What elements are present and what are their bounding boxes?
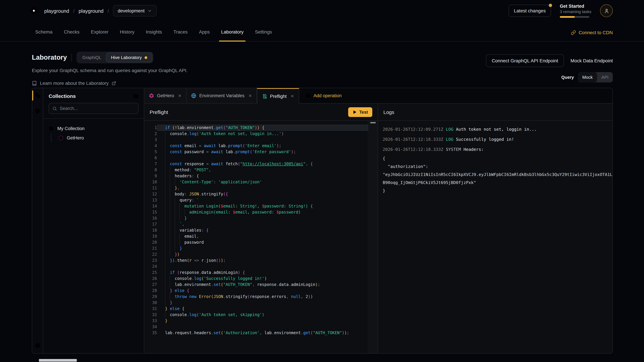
folder-plus-icon[interactable] xyxy=(133,93,138,99)
indent-guide xyxy=(170,221,175,227)
log-entry: 2026-01-26T12:12:18.333Z LOG Successfull… xyxy=(383,134,612,144)
editor-scrollbar-thumb[interactable] xyxy=(370,122,376,123)
nav-tab-insights[interactable]: Insights xyxy=(140,29,168,41)
tree-folder-my-collection[interactable]: My Collection xyxy=(49,126,138,131)
indent-guide xyxy=(165,251,170,257)
indent-guide xyxy=(170,173,175,179)
code-line: 21} xyxy=(144,245,378,251)
nav-tab-history[interactable]: History xyxy=(114,29,140,41)
indent-guide xyxy=(170,245,175,251)
indent-guide xyxy=(170,203,175,209)
search-input[interactable] xyxy=(60,106,135,111)
code-line: 18variables: { xyxy=(144,227,378,233)
get-started-title: Get Started xyxy=(560,4,591,9)
code-line: 6 xyxy=(144,155,378,161)
code-line: 10'Content-Type': 'application/json' xyxy=(144,179,378,185)
laboratory-header-actions: Connect GraphQL API Endpoint Mock Data E… xyxy=(486,52,613,86)
close-tab-icon[interactable]: ✕ xyxy=(291,94,294,98)
log-json-line: "authorization": xyxy=(383,163,612,171)
indent-guide xyxy=(184,209,189,215)
indent-guide xyxy=(175,245,180,251)
code-line: 8method: "POST", xyxy=(144,167,378,173)
nav-tab-apps[interactable]: Apps xyxy=(193,29,216,41)
collections-search[interactable] xyxy=(49,103,138,114)
indent-guide xyxy=(165,312,170,318)
fullscreen-button[interactable] xyxy=(602,92,608,99)
chevron-down-icon xyxy=(148,8,152,13)
indent-guide xyxy=(170,209,175,215)
code-line: 9headers: { xyxy=(144,173,378,179)
code-line: 24 xyxy=(144,264,378,270)
nav-tab-traces[interactable]: Traces xyxy=(168,29,193,41)
close-tab-icon[interactable]: ✕ xyxy=(248,93,252,98)
history-icon[interactable] xyxy=(34,108,40,114)
log-entry: 2026-01-26T12:12:18.333Z SYSTEM Headers: xyxy=(383,144,612,155)
tab-gethero[interactable]: GetHero✕ xyxy=(144,88,186,103)
nav-tab-checks[interactable]: Checks xyxy=(58,29,85,41)
target-selector[interactable]: development xyxy=(113,5,157,16)
nav-tab-settings[interactable]: Settings xyxy=(249,29,278,41)
page-scrollbar-thumb[interactable] xyxy=(39,359,77,362)
log-entry: 2026-01-26T12:12:09.271Z LOG Auth token … xyxy=(383,124,612,134)
test-button[interactable]: Test xyxy=(348,107,372,117)
preflight-editor-pane: Preflight Test 1if (!lab.environment.get… xyxy=(144,104,378,353)
code-line: 35lab.request.headers.set('Authorization… xyxy=(144,330,378,336)
code-line: 15adminLogin(email: $email, password: $p… xyxy=(144,209,378,215)
collections-sidebar: Collections My Collection GetHero xyxy=(43,88,144,353)
mock-endpoint-button[interactable]: Mock Data Endpoint xyxy=(570,58,613,63)
tab-environment-variables[interactable]: Environment Variables✕ xyxy=(186,88,257,103)
indent-guide xyxy=(165,185,170,191)
close-tab-icon[interactable]: ✕ xyxy=(178,93,182,98)
log-json-line: B90oqg_IjOmGtjP6CkiV5Jt695jBD0fjzPxk" xyxy=(383,179,612,187)
add-operation-button[interactable]: Add operation xyxy=(299,88,348,103)
toggle-graphiql[interactable]: GraphiQL xyxy=(78,53,106,62)
indent-guide xyxy=(165,276,170,282)
toggle-hive-laboratory[interactable]: Hive Laboratory xyxy=(106,53,152,62)
code-line: 28} else { xyxy=(144,288,378,294)
indent-guide xyxy=(165,282,170,288)
breadcrumb-project[interactable]: playground xyxy=(79,8,104,13)
link-icon xyxy=(571,30,576,35)
code-editor[interactable]: 1if (!lab.environment.get("AUTH_TOKEN"))… xyxy=(144,121,378,353)
indent-guide xyxy=(165,221,170,227)
breadcrumb-org[interactable]: playground xyxy=(44,8,69,13)
connect-to-cdn-link[interactable]: Connect to CDN xyxy=(571,30,613,41)
code-line: 12body: JSON.stringify({ xyxy=(144,191,378,197)
mode-mock[interactable]: Mock xyxy=(578,72,597,82)
indent-guide xyxy=(165,179,170,185)
latest-changes-button[interactable]: Latest changes xyxy=(508,5,551,17)
indent-guide xyxy=(165,245,170,251)
target-selector-label: development xyxy=(118,8,144,13)
nav-tab-schema[interactable]: Schema xyxy=(30,29,58,41)
get-started-widget[interactable]: Get Started 3 remaining tasks xyxy=(560,4,591,18)
indent-guide xyxy=(165,215,170,221)
code-line: 1if (!lab.environment.get("AUTH_TOKEN"))… xyxy=(144,125,378,131)
tab-preflight[interactable]: Preflight✕ xyxy=(257,88,299,104)
mode-api[interactable]: API xyxy=(597,72,613,82)
code-line: 3 xyxy=(144,137,378,143)
tree-item-gethero[interactable]: GetHero xyxy=(51,133,138,142)
code-line: 11}, xyxy=(144,185,378,191)
hive-logo-icon[interactable] xyxy=(29,6,39,16)
avatar[interactable] xyxy=(600,4,613,17)
get-started-subtitle: 3 remaining tasks xyxy=(560,9,591,14)
editor-scroll-gutter xyxy=(368,121,378,353)
indent-guide xyxy=(165,197,170,203)
log-entries[interactable]: 2026-01-26T12:12:09.271Z LOG Auth token … xyxy=(378,121,612,353)
collections-stack-icon[interactable] xyxy=(34,92,40,98)
nav-tab-explorer[interactable]: Explorer xyxy=(85,29,114,41)
tab-strip-spacer xyxy=(348,88,602,103)
mode-label[interactable]: Query xyxy=(561,75,574,80)
nav-tab-laboratory[interactable]: Laboratory xyxy=(215,29,249,41)
ide-toggle: GraphiQL Hive Laboratory xyxy=(77,52,153,63)
indent-guide xyxy=(170,215,175,221)
expand-icon xyxy=(602,92,608,98)
indent-guide xyxy=(175,221,180,227)
logs-title: Logs xyxy=(384,109,394,115)
learn-more-link[interactable]: Learn more about the Laboratory xyxy=(32,80,188,86)
indent-guide xyxy=(175,197,180,203)
connect-endpoint-button[interactable]: Connect GraphQL API Endpoint xyxy=(486,54,564,67)
indent-guide xyxy=(165,143,170,149)
gear-icon[interactable] xyxy=(34,343,40,349)
tab-strip: GetHero✕Environment Variables✕Preflight✕… xyxy=(144,88,612,104)
